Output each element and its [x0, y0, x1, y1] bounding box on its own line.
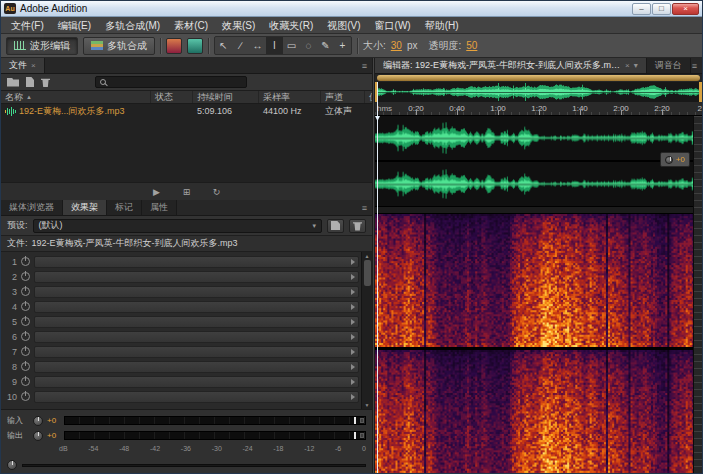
brush-size-value[interactable]: 30 — [391, 40, 402, 51]
menu-item-8[interactable]: 帮助(H) — [418, 17, 466, 34]
panel-menu-icon[interactable]: ≡ — [692, 58, 697, 74]
tab-2[interactable]: 标记 — [107, 200, 142, 215]
chevron-down-icon[interactable]: ▾ — [634, 61, 638, 70]
power-toggle-icon[interactable] — [21, 347, 30, 356]
razor-tool-icon[interactable]: ∕ — [232, 37, 249, 54]
menu-item-3[interactable]: 素材(C) — [167, 17, 215, 34]
rack-scrollbar[interactable]: ▲ ▼ — [361, 252, 372, 409]
effect-slot-button[interactable] — [34, 256, 359, 268]
volume-hud[interactable]: +0 — [660, 152, 690, 167]
effect-slot-button[interactable] — [34, 346, 359, 358]
time-selection-tool-icon[interactable]: I — [266, 37, 283, 54]
move-tool-icon[interactable]: ↖ — [215, 37, 232, 54]
minimize-button[interactable]: – — [632, 3, 651, 15]
column-header-5[interactable]: 位 — [365, 91, 372, 103]
timeline-ruler[interactable]: hms 0:200:401:001:201:402:002:202:4 — [375, 102, 702, 116]
mix-slider[interactable] — [22, 464, 366, 467]
maximize-button[interactable]: □ — [652, 3, 671, 15]
tab-editor[interactable]: 编辑器: 192-E黄梅戏-严凤英-牛郎织女-到底人间欢乐多.mp3 × ▾ — [375, 58, 647, 73]
column-header-4[interactable]: 声道 — [321, 91, 365, 103]
effect-slot-button[interactable] — [34, 331, 359, 343]
power-toggle-icon[interactable] — [21, 287, 30, 296]
power-toggle-icon[interactable] — [21, 302, 30, 311]
waveform-right-channel[interactable] — [375, 162, 702, 206]
power-toggle-icon[interactable] — [21, 317, 30, 326]
spectral-frequency-display-icon[interactable] — [166, 38, 182, 54]
volume-knob-icon[interactable] — [665, 156, 673, 164]
scrollbar-thumb[interactable] — [364, 260, 371, 286]
overview-waveform[interactable] — [375, 82, 702, 102]
close-button[interactable]: × — [672, 3, 699, 15]
tab-close-icon[interactable]: × — [31, 61, 36, 70]
tab-3[interactable]: 属性 — [142, 200, 177, 215]
loop-playback-button[interactable]: ↻ — [209, 185, 225, 198]
tab-0[interactable]: 媒体浏览器 — [1, 200, 63, 215]
effect-slot-button[interactable] — [34, 301, 359, 313]
playhead[interactable] — [377, 82, 378, 473]
effect-slot-button[interactable] — [34, 376, 359, 388]
panel-menu-icon[interactable]: ≡ — [362, 58, 367, 74]
mix-knob[interactable] — [7, 460, 17, 470]
power-toggle-icon[interactable] — [21, 332, 30, 341]
delete-preset-button[interactable] — [349, 219, 366, 233]
import-file-icon[interactable] — [26, 77, 34, 87]
amplitude-ruler[interactable] — [693, 116, 702, 473]
waveform-editor-button[interactable]: 波形编辑 — [6, 37, 78, 55]
column-header-0[interactable]: 名称▲ — [1, 91, 151, 103]
spot-healing-brush-tool-icon[interactable]: + — [334, 37, 351, 54]
insert-into-multitrack-button[interactable]: ⊞ — [179, 185, 195, 198]
effect-slot-button[interactable] — [34, 271, 359, 283]
spectrogram-right-channel[interactable] — [375, 350, 702, 473]
effect-slot-button[interactable] — [34, 286, 359, 298]
menu-item-2[interactable]: 多轨合成(M) — [98, 17, 167, 34]
paintbrush-selection-tool-icon[interactable]: ✎ — [317, 37, 334, 54]
search-input[interactable] — [95, 76, 247, 88]
menu-item-4[interactable]: 效果(S) — [215, 17, 262, 34]
marquee-selection-tool-icon[interactable]: ▭ — [283, 37, 300, 54]
tab-mixer[interactable]: 调音台 — [647, 58, 691, 73]
range-handle-right[interactable] — [699, 82, 702, 102]
volume-hud-value[interactable]: +0 — [676, 155, 685, 164]
open-file-icon[interactable] — [7, 78, 19, 87]
effect-slot-button[interactable] — [34, 361, 359, 373]
input-gain-value[interactable]: +0 — [47, 416, 60, 425]
output-gain-knob[interactable] — [33, 431, 43, 441]
input-gain-knob[interactable] — [33, 416, 43, 426]
column-header-2[interactable]: 持续时间 — [193, 91, 259, 103]
menu-item-7[interactable]: 窗口(W) — [368, 17, 418, 34]
column-header-3[interactable]: 采样率 — [259, 91, 321, 103]
menu-item-6[interactable]: 视图(V) — [320, 17, 367, 34]
delete-file-icon[interactable] — [41, 77, 50, 87]
file-row[interactable]: 192-E黄梅...间欢乐多.mp3 5:09.106 44100 Hz 立体声 — [1, 104, 372, 118]
waveform-left-channel[interactable] — [375, 116, 702, 160]
scroll-up-icon[interactable]: ▲ — [365, 253, 370, 259]
spectral-pitch-display-icon[interactable] — [187, 38, 203, 54]
tab-1[interactable]: 效果架 — [63, 200, 107, 215]
effect-slot-button[interactable] — [34, 391, 359, 403]
power-toggle-icon[interactable] — [21, 257, 30, 266]
range-fill[interactable] — [377, 75, 700, 81]
scroll-down-icon[interactable]: ▼ — [365, 402, 370, 408]
menu-item-1[interactable]: 编辑(E) — [51, 17, 98, 34]
waveform-spectral-splitter[interactable] — [375, 206, 702, 214]
menu-item-0[interactable]: 文件(F) — [4, 17, 51, 34]
overview-strip[interactable] — [375, 82, 702, 102]
power-toggle-icon[interactable] — [21, 362, 30, 371]
power-toggle-icon[interactable] — [21, 392, 30, 401]
power-toggle-icon[interactable] — [21, 272, 30, 281]
column-header-1[interactable]: 状态 — [151, 91, 193, 103]
panel-menu-icon[interactable]: ≡ — [362, 200, 367, 216]
slip-tool-icon[interactable]: ↔ — [249, 37, 266, 54]
preset-dropdown[interactable]: (默认) ▾ — [33, 219, 322, 233]
output-gain-value[interactable]: +0 — [47, 431, 60, 440]
lasso-selection-tool-icon[interactable]: ◌ — [300, 37, 317, 54]
effect-slot-button[interactable] — [34, 316, 359, 328]
zoom-range-bar[interactable] — [375, 74, 702, 82]
play-button[interactable]: ▶ — [149, 185, 165, 198]
power-toggle-icon[interactable] — [21, 377, 30, 386]
opacity-value[interactable]: 50 — [466, 40, 477, 51]
tab-close-icon[interactable]: × — [625, 61, 630, 70]
tab-files[interactable]: 文件 × — [1, 58, 45, 73]
spectrogram-left-channel[interactable] — [375, 214, 702, 347]
menu-item-5[interactable]: 收藏夹(R) — [262, 17, 320, 34]
